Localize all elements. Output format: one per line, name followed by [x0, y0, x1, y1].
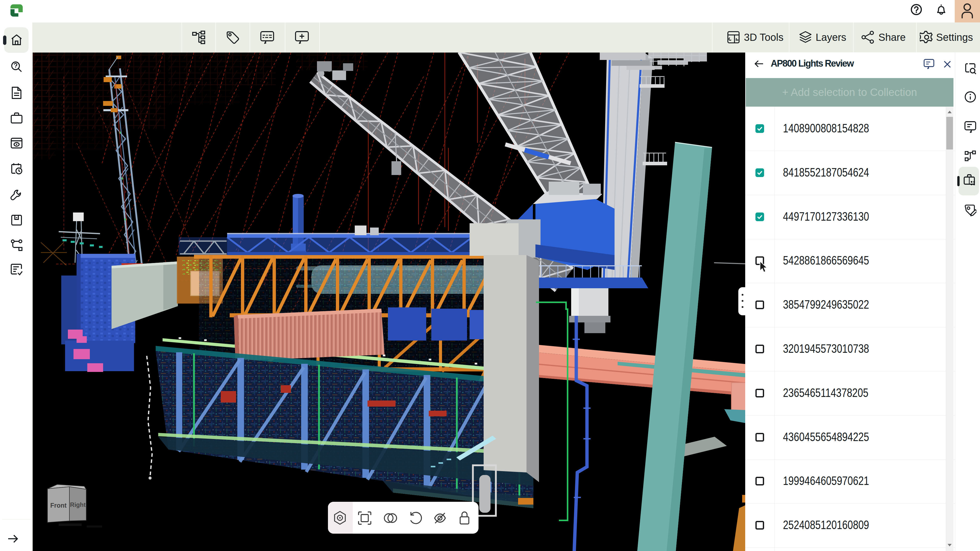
svg-text:Front: Front — [50, 502, 67, 509]
svg-text:Right: Right — [70, 501, 86, 508]
